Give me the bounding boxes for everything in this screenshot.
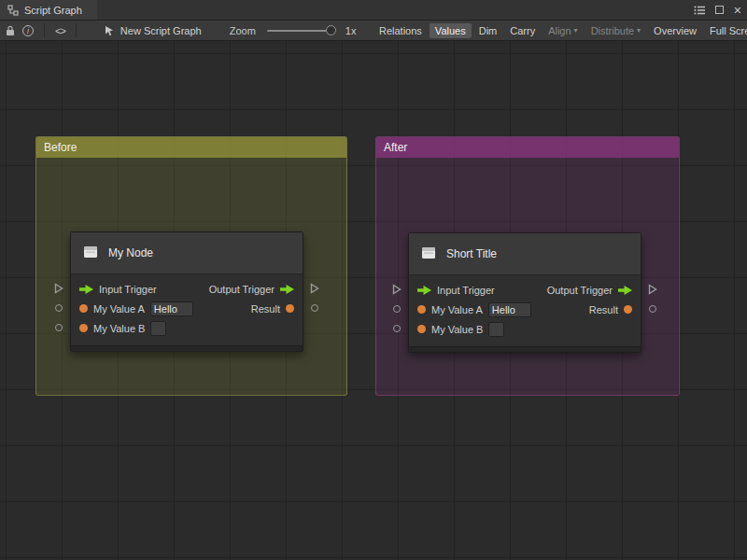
value-a-field[interactable]: [488, 302, 531, 317]
group-before-header[interactable]: Before: [36, 137, 346, 158]
node-body: Input Trigger Output Trigger My Value A: [409, 275, 641, 346]
external-value-port[interactable]: [55, 298, 63, 317]
value-b-port[interactable]: [417, 325, 426, 333]
unit-icon: [82, 244, 99, 263]
port-label: Result: [251, 303, 280, 315]
value-a-port[interactable]: [79, 304, 88, 313]
output-trigger-port[interactable]: [280, 285, 294, 294]
group-after-header[interactable]: After: [376, 137, 679, 158]
button-label: Values: [435, 25, 466, 36]
node-footer: [409, 346, 641, 352]
titlebar: Script Graph ×: [0, 0, 747, 21]
zoom-slider-thumb[interactable]: [326, 25, 336, 35]
button-label: Carry: [510, 25, 535, 36]
port-label: Input Trigger: [437, 285, 495, 296]
chevron-down-icon: ▾: [637, 26, 641, 35]
window-controls: ×: [694, 0, 741, 20]
tab-script-graph[interactable]: Script Graph: [0, 0, 97, 20]
input-trigger-port[interactable]: [417, 286, 431, 295]
port-label: Input Trigger: [99, 284, 157, 295]
port-row: Input Trigger Output Trigger: [409, 280, 641, 300]
maximize-icon[interactable]: [715, 6, 724, 14]
node-title: Short Title: [446, 247, 497, 260]
zoom-label: Zoom: [230, 25, 256, 36]
port-label: Output Trigger: [547, 285, 613, 296]
graph-canvas[interactable]: Before After My Node: [0, 41, 747, 560]
port-row: My Value A Result: [71, 299, 303, 318]
port-label: Result: [589, 304, 618, 315]
port-label: Output Trigger: [209, 284, 275, 295]
external-ports-right: [645, 279, 660, 318]
chevron-down-icon: ▾: [574, 26, 578, 35]
script-graph-window: Script Graph × i <>: [0, 0, 747, 560]
external-trigger-port[interactable]: [392, 279, 402, 299]
overview-button[interactable]: Overview: [648, 23, 702, 38]
external-ports-left: [389, 279, 404, 338]
pointer-icon: [104, 22, 115, 39]
value-b-port[interactable]: [79, 324, 88, 332]
group-title: After: [384, 141, 407, 154]
port-row: My Value B: [409, 319, 641, 339]
button-label: Relations: [379, 25, 422, 36]
window-menu-icon[interactable]: [694, 2, 705, 19]
port-label: My Value B: [93, 323, 145, 334]
node-header[interactable]: Short Title: [409, 233, 641, 275]
value-b-field[interactable]: [150, 321, 166, 336]
result-port[interactable]: [286, 304, 294, 313]
port-row: My Value A Result: [409, 300, 641, 319]
carry-button[interactable]: Carry: [504, 23, 541, 38]
tab-title: Script Graph: [24, 5, 82, 16]
lock-icon[interactable]: [6, 22, 15, 39]
external-trigger-port[interactable]: [648, 279, 657, 299]
button-label: Dim: [479, 25, 498, 36]
value-b-field[interactable]: [488, 322, 504, 337]
toolbar: i <> New Script Graph Zoom 1x Relations …: [0, 21, 747, 41]
button-label: Align: [548, 25, 571, 36]
output-trigger-port[interactable]: [618, 286, 632, 295]
relations-button[interactable]: Relations: [374, 23, 428, 38]
zoom-slider[interactable]: [267, 30, 334, 32]
external-ports-left: [51, 278, 66, 337]
distribute-dropdown[interactable]: Distribute ▾: [585, 23, 646, 38]
node-header[interactable]: My Node: [71, 232, 303, 274]
group-title: Before: [44, 141, 77, 154]
value-a-port[interactable]: [417, 305, 426, 314]
external-trigger-port[interactable]: [54, 278, 63, 298]
external-value-port[interactable]: [55, 317, 63, 337]
edit-code-icon[interactable]: <>: [55, 22, 65, 39]
unit-icon: [420, 245, 437, 264]
external-ports-right: [307, 278, 322, 317]
external-value-port[interactable]: [311, 298, 318, 317]
port-label: My Value A: [93, 303, 145, 315]
node-title: My Node: [108, 246, 153, 259]
close-icon[interactable]: ×: [734, 4, 741, 17]
zoom-value: 1x: [345, 25, 357, 36]
button-label: Overview: [654, 25, 697, 36]
external-value-port[interactable]: [393, 299, 401, 318]
graph-icon: [7, 2, 19, 19]
info-icon[interactable]: i: [22, 25, 34, 36]
toolbar-separator: [76, 23, 77, 37]
graph-name-label: New Script Graph: [120, 25, 202, 36]
button-label: Full Screen: [710, 25, 747, 36]
fullscreen-button[interactable]: Full Screen: [704, 23, 747, 38]
align-dropdown[interactable]: Align ▾: [543, 23, 583, 38]
node-my-node[interactable]: My Node Input Trigger Output Trigger: [70, 231, 303, 352]
external-value-port[interactable]: [649, 299, 656, 318]
node-short-title[interactable]: Short Title Input Trigger Output Trigger: [408, 232, 641, 353]
values-button[interactable]: Values: [430, 23, 472, 38]
toolbar-buttons: Relations Values Dim Carry Align ▾ Distr…: [374, 21, 747, 40]
node-body: Input Trigger Output Trigger My Value A: [71, 274, 303, 345]
graph-asset: New Script Graph: [104, 22, 202, 39]
dim-button[interactable]: Dim: [473, 23, 503, 38]
node-footer: [71, 345, 303, 351]
result-port[interactable]: [624, 305, 632, 314]
input-trigger-port[interactable]: [79, 285, 93, 294]
external-value-port[interactable]: [393, 318, 401, 338]
toolbar-separator: [44, 23, 45, 37]
port-row: Input Trigger Output Trigger: [71, 279, 303, 299]
button-label: Distribute: [591, 25, 634, 36]
port-label: My Value A: [431, 304, 483, 315]
value-a-field[interactable]: [150, 301, 193, 316]
external-trigger-port[interactable]: [310, 278, 319, 298]
